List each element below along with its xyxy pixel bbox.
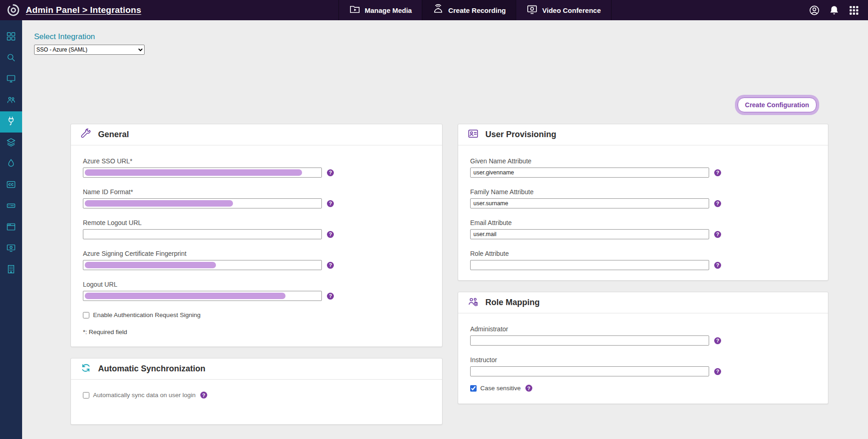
remote-logout-url-input[interactable]	[83, 229, 322, 239]
create-configuration-button[interactable]: Create Configuration	[738, 98, 816, 112]
sidebar-item-dashboard[interactable]	[0, 27, 22, 48]
required-field-note: *: Required field	[83, 329, 430, 335]
role-attribute-input[interactable]	[470, 260, 709, 270]
azure-sso-url-input[interactable]	[83, 168, 322, 178]
administrator-role-input[interactable]	[470, 335, 709, 346]
integration-select[interactable]: SSO - Azure (SAML)	[34, 45, 145, 55]
nav-manage-media[interactable]: Manage Media	[338, 0, 422, 20]
devices-icon	[6, 74, 16, 86]
billing-icon	[6, 222, 16, 234]
field-label: Family Name Attribute	[470, 188, 816, 196]
screenpal-logo-icon[interactable]	[6, 3, 20, 17]
sidebar-item-organization[interactable]	[0, 260, 22, 281]
given-name-attribute-input[interactable]	[470, 168, 709, 178]
checkbox-input[interactable]	[83, 392, 89, 399]
breadcrumb[interactable]: Admin Panel > Integrations	[26, 5, 141, 15]
certificate-fingerprint-input[interactable]	[83, 260, 322, 270]
help-icon[interactable]: ?	[200, 392, 207, 399]
family-name-attribute-input[interactable]	[470, 198, 709, 208]
sidebar-item-search[interactable]	[0, 48, 22, 69]
field-remote-logout-url: Remote Logout URL ?	[83, 219, 430, 239]
help-icon[interactable]: ?	[327, 231, 334, 238]
wrench-icon	[80, 128, 92, 141]
sidebar-item-captions[interactable]	[0, 175, 22, 196]
sidebar-item-users[interactable]	[0, 90, 22, 111]
sidebar-item-integrations[interactable]	[0, 111, 22, 133]
role-mapping-card: Role Mapping Administrator ? Instructor	[458, 292, 828, 404]
help-icon[interactable]: ?	[327, 262, 334, 269]
help-icon[interactable]: ?	[714, 200, 721, 207]
integrations-icon	[6, 116, 16, 128]
help-icon[interactable]: ?	[327, 200, 334, 207]
topbar-left: Admin Panel > Integrations	[0, 0, 141, 20]
help-icon[interactable]: ?	[714, 337, 721, 344]
field-label: Role Attribute	[470, 250, 816, 257]
sidebar-item-billing[interactable]	[0, 217, 22, 238]
manage-media-icon	[349, 4, 361, 17]
sidebar-item-layers[interactable]	[0, 133, 22, 154]
field-label: Logout URL	[83, 281, 430, 288]
search-icon	[6, 52, 16, 64]
user-provisioning-card-header: User Provisioning	[458, 124, 828, 145]
checkbox-input[interactable]	[83, 312, 89, 318]
card-title: General	[98, 130, 129, 139]
field-name-id-format: Name ID Format* ?	[83, 188, 430, 208]
logout-url-input[interactable]	[83, 291, 322, 301]
field-instructor: Instructor ?	[470, 356, 816, 376]
auto-sync-checkbox[interactable]: Automatically sync data on user login ?	[83, 392, 430, 399]
field-label: Name ID Format*	[83, 188, 430, 196]
sidebar-item-recordings[interactable]	[0, 238, 22, 260]
help-icon[interactable]: ?	[714, 169, 721, 176]
select-integration-label: Select Integration	[34, 32, 868, 41]
nav-create-recording[interactable]: Create Recording	[422, 0, 516, 20]
email-attribute-input[interactable]	[470, 229, 709, 239]
topbar-nav: Manage Media Create Recording Video Conf…	[338, 0, 612, 20]
apps-grid-icon[interactable]	[848, 5, 860, 16]
help-icon[interactable]: ?	[327, 293, 334, 300]
field-family-name-attribute: Family Name Attribute ?	[470, 188, 816, 208]
right-column: User Provisioning Given Name Attribute ?…	[458, 124, 828, 425]
notifications-bell-icon[interactable]	[828, 5, 840, 16]
general-card: General Azure SSO URL* ? Name ID Format*	[70, 124, 443, 347]
help-icon[interactable]: ?	[525, 385, 532, 392]
checkbox-label: Case sensitive	[480, 385, 521, 392]
nav-label: Create Recording	[448, 6, 506, 14]
field-label: Remote Logout URL	[83, 219, 430, 226]
sidebar-item-storage[interactable]	[0, 196, 22, 217]
name-id-format-input[interactable]	[83, 198, 322, 208]
field-logout-url: Logout URL ?	[83, 281, 430, 301]
role-mapping-card-header: Role Mapping	[458, 292, 828, 313]
help-icon[interactable]: ?	[327, 169, 334, 176]
sync-icon	[80, 362, 92, 375]
help-icon[interactable]: ?	[714, 262, 721, 269]
topbar-right	[809, 0, 868, 20]
field-azure-sso-url: Azure SSO URL* ?	[83, 157, 430, 178]
sidebar-item-branding[interactable]	[0, 154, 22, 175]
card-title: Role Mapping	[485, 298, 540, 307]
nav-video-conference[interactable]: Video Conference	[516, 0, 611, 20]
field-signing-certificate-fingerprint: Azure Signing Certificate Fingerprint ?	[83, 250, 430, 270]
field-label: Instructor	[470, 356, 816, 364]
role-mapping-card-body: Administrator ? Instructor ?	[458, 313, 828, 404]
users-gear-icon	[467, 296, 479, 309]
sidebar	[0, 20, 22, 439]
nav-label: Manage Media	[365, 6, 412, 14]
help-icon[interactable]: ?	[714, 231, 721, 238]
cards-grid: General Azure SSO URL* ? Name ID Format*	[70, 124, 868, 425]
left-column: General Azure SSO URL* ? Name ID Format*	[70, 124, 443, 425]
help-icon[interactable]: ?	[714, 368, 721, 375]
branding-icon	[6, 158, 16, 170]
case-sensitive-checkbox[interactable]: Case sensitive ?	[470, 385, 816, 392]
user-provisioning-card: User Provisioning Given Name Attribute ?…	[458, 124, 828, 281]
field-label: Azure SSO URL*	[83, 157, 430, 165]
sidebar-item-devices[interactable]	[0, 69, 22, 90]
instructor-role-input[interactable]	[470, 366, 709, 376]
nav-label: Video Conference	[542, 6, 600, 14]
topbar: Admin Panel > Integrations Manage Media …	[0, 0, 868, 20]
field-label: Administrator	[470, 325, 816, 333]
main-content: Select Integration SSO - Azure (SAML) Cr…	[22, 20, 868, 439]
enable-auth-request-signing-checkbox[interactable]: Enable Authentication Request Signing	[83, 312, 430, 318]
user-avatar-icon[interactable]	[809, 5, 820, 16]
users-icon	[6, 95, 16, 107]
checkbox-input[interactable]	[470, 385, 477, 392]
